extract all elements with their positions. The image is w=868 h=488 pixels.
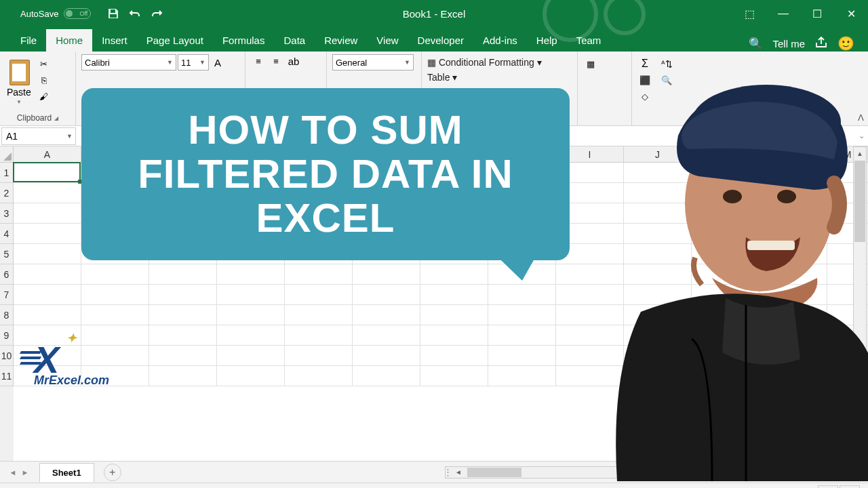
row-header[interactable]: 11 xyxy=(0,366,14,386)
cell[interactable] xyxy=(488,366,556,386)
cell[interactable] xyxy=(760,305,827,325)
cell[interactable] xyxy=(556,366,624,386)
cell[interactable] xyxy=(692,346,760,366)
cell[interactable] xyxy=(14,244,81,264)
cell[interactable] xyxy=(760,346,827,366)
undo-icon[interactable] xyxy=(129,7,141,20)
row-header[interactable]: 10 xyxy=(0,346,14,366)
cell[interactable] xyxy=(624,244,692,264)
row-header[interactable]: 1 xyxy=(0,163,14,183)
new-sheet-button[interactable]: + xyxy=(104,464,121,481)
column-header[interactable]: K xyxy=(692,146,760,163)
format-as-table-button[interactable]: Table ▾ xyxy=(427,72,457,83)
row-header[interactable]: 4 xyxy=(0,224,14,244)
cell[interactable] xyxy=(692,264,760,285)
align-middle-icon[interactable]: ≡ xyxy=(269,54,283,68)
cell[interactable] xyxy=(488,346,556,366)
cell[interactable] xyxy=(556,285,624,305)
cell[interactable] xyxy=(149,305,217,325)
tab-addins[interactable]: Add-ins xyxy=(473,29,527,52)
cell[interactable] xyxy=(149,366,217,386)
cell[interactable] xyxy=(217,325,285,346)
column-header[interactable]: A xyxy=(14,146,81,163)
sort-filter-icon[interactable]: ᴬ⇅ xyxy=(659,57,674,70)
cell[interactable] xyxy=(217,285,285,305)
cell[interactable] xyxy=(14,224,81,244)
cell[interactable] xyxy=(760,366,827,386)
cell[interactable] xyxy=(149,325,217,346)
paste-button[interactable]: Paste ▼ xyxy=(5,54,33,106)
select-all-button[interactable] xyxy=(0,146,14,163)
row-header[interactable]: 8 xyxy=(0,305,14,325)
cell[interactable] xyxy=(692,244,760,264)
cell[interactable] xyxy=(81,285,149,305)
cell[interactable] xyxy=(285,285,353,305)
cell[interactable] xyxy=(353,346,420,366)
cell[interactable] xyxy=(217,305,285,325)
tab-file[interactable]: File xyxy=(11,29,46,52)
cell[interactable] xyxy=(217,366,285,386)
sheet-nav-next-icon[interactable]: ► xyxy=(19,466,31,479)
cell[interactable] xyxy=(14,325,81,346)
autosave-toggle[interactable]: Off xyxy=(64,8,91,19)
cell[interactable] xyxy=(81,325,149,346)
horizontal-scrollbar[interactable]: ⋮◄ xyxy=(445,466,852,479)
cell[interactable] xyxy=(692,183,760,203)
cell[interactable] xyxy=(353,285,420,305)
cell[interactable] xyxy=(353,264,420,285)
cell[interactable] xyxy=(420,325,488,346)
cell[interactable] xyxy=(760,244,827,264)
cell[interactable] xyxy=(624,325,692,346)
cell[interactable] xyxy=(692,305,760,325)
row-header[interactable]: 3 xyxy=(0,203,14,224)
clipboard-launcher-icon[interactable]: ◢ xyxy=(54,115,58,121)
font-name-combo[interactable]: Calibri▼ xyxy=(81,54,176,70)
cell[interactable] xyxy=(14,285,81,305)
column-header[interactable]: L xyxy=(760,146,827,163)
cell[interactable] xyxy=(14,366,81,386)
cell[interactable] xyxy=(285,264,353,285)
tab-help[interactable]: Help xyxy=(527,29,567,52)
close-button[interactable]: ✕ xyxy=(834,0,868,27)
cell[interactable] xyxy=(624,264,692,285)
cut-icon[interactable]: ✂ xyxy=(37,57,52,70)
cell[interactable] xyxy=(14,163,81,183)
cell[interactable] xyxy=(624,203,692,224)
tell-me[interactable]: Tell me xyxy=(772,38,805,49)
cell[interactable] xyxy=(760,183,827,203)
minimize-button[interactable]: — xyxy=(766,0,800,27)
cell[interactable] xyxy=(624,224,692,244)
cell[interactable] xyxy=(624,346,692,366)
autosum-icon[interactable]: Σ xyxy=(637,57,652,70)
name-box[interactable]: A1▼ xyxy=(1,127,76,145)
tab-review[interactable]: Review xyxy=(315,29,367,52)
tab-team[interactable]: Team xyxy=(567,29,611,52)
cell[interactable] xyxy=(556,325,624,346)
redo-icon[interactable] xyxy=(151,7,163,20)
tab-formulas[interactable]: Formulas xyxy=(213,29,275,52)
cell[interactable] xyxy=(692,163,760,183)
cell[interactable] xyxy=(488,325,556,346)
search-icon[interactable]: 🔍 xyxy=(749,37,763,51)
cell[interactable] xyxy=(81,346,149,366)
cell[interactable] xyxy=(14,305,81,325)
cell[interactable] xyxy=(217,264,285,285)
cell[interactable] xyxy=(556,346,624,366)
tab-insert[interactable]: Insert xyxy=(92,29,137,52)
normal-view-button[interactable]: ▦ xyxy=(818,485,838,489)
cell[interactable] xyxy=(760,203,827,224)
copy-icon[interactable]: ⎘ xyxy=(37,73,52,87)
cell[interactable] xyxy=(14,346,81,366)
font-size-combo[interactable]: 11▼ xyxy=(178,54,209,70)
share-icon[interactable] xyxy=(814,36,828,52)
cell[interactable] xyxy=(14,264,81,285)
cell[interactable] xyxy=(285,366,353,386)
cell[interactable] xyxy=(353,366,420,386)
cell[interactable] xyxy=(149,346,217,366)
column-header[interactable]: J xyxy=(624,146,692,163)
increase-font-icon[interactable]: A xyxy=(210,56,225,69)
cell[interactable] xyxy=(692,203,760,224)
tab-page-layout[interactable]: Page Layout xyxy=(137,29,213,52)
cell[interactable] xyxy=(285,346,353,366)
vertical-scrollbar[interactable]: ▲ xyxy=(853,146,867,438)
